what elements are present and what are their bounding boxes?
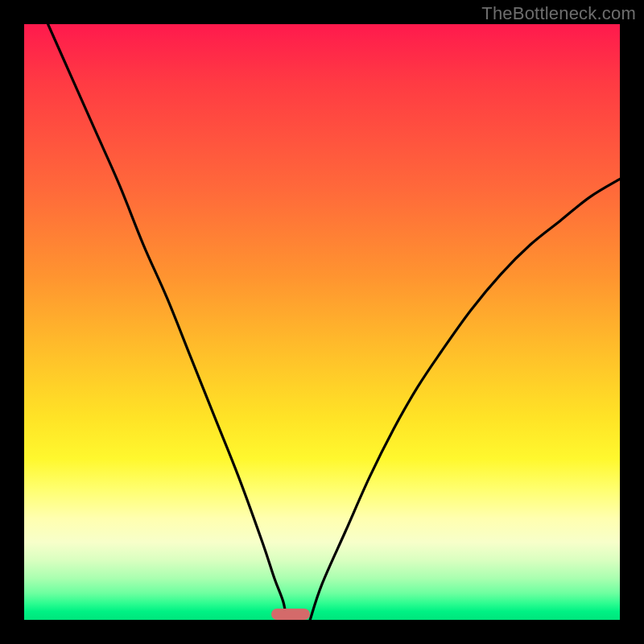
plot-area	[24, 24, 620, 620]
optimal-marker	[271, 609, 310, 620]
chart-frame: TheBottleneck.com	[0, 0, 644, 644]
curves-svg	[24, 24, 620, 620]
watermark-text: TheBottleneck.com	[481, 3, 636, 24]
right-curve	[310, 179, 620, 620]
left-curve	[48, 24, 287, 620]
